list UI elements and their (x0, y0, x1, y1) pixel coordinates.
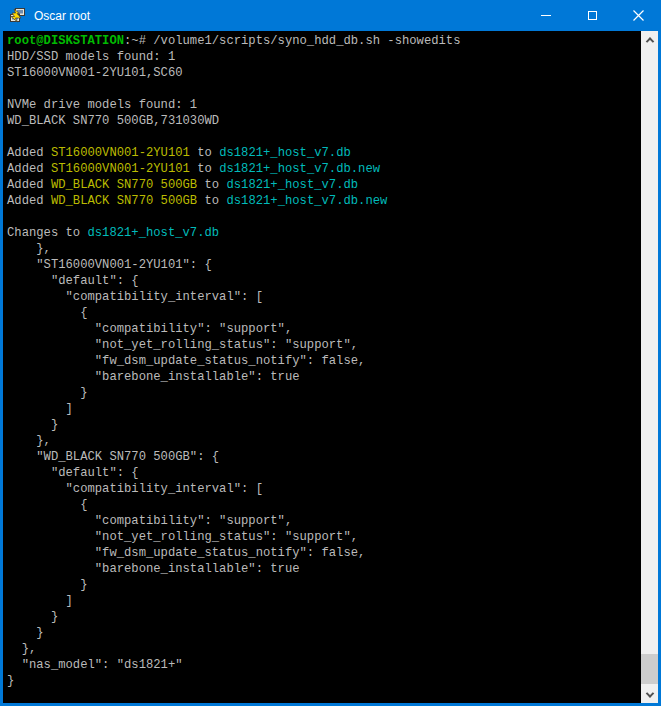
terminal-line: } (7, 673, 641, 689)
putty-app-icon[interactable] (9, 8, 25, 24)
terminal-line: "default": { (7, 465, 641, 481)
terminal-line: } (7, 625, 641, 641)
close-icon (633, 10, 644, 21)
terminal-line: }, (7, 641, 641, 657)
terminal-line: ] (7, 593, 641, 609)
terminal-line: NVMe drive models found: 1 (7, 97, 641, 113)
maximize-button[interactable] (569, 0, 615, 31)
terminal-line: "fw_dsm_update_status_notify": false, (7, 545, 641, 561)
window-title: Oscar root (34, 9, 523, 23)
scroll-up-button[interactable] (641, 31, 658, 48)
terminal-line: }, (7, 241, 641, 257)
terminal-line: "ST16000VN001-2YU101": { (7, 257, 641, 273)
terminal-line: "WD_BLACK SN770 500GB": { (7, 449, 641, 465)
terminal-line: { (7, 497, 641, 513)
window-content: root@DISKSTATION:~# /volume1/scripts/syn… (3, 31, 658, 703)
terminal-line: } (7, 609, 641, 625)
terminal-line: HDD/SSD models found: 1 (7, 49, 641, 65)
terminal-line: } (7, 417, 641, 433)
close-button[interactable] (615, 0, 661, 31)
terminal-line: "compatibility": "support", (7, 513, 641, 529)
terminal-line: "default": { (7, 273, 641, 289)
terminal-line: ] (7, 401, 641, 417)
terminal-line: { (7, 305, 641, 321)
terminal-line: Changes to ds1821+_host_v7.db (7, 225, 641, 241)
terminal-line: "not_yet_rolling_status": "support", (7, 337, 641, 353)
terminal-line: } (7, 577, 641, 593)
terminal-screen[interactable]: root@DISKSTATION:~# /volume1/scripts/syn… (3, 31, 641, 703)
terminal-line: ST16000VN001-2YU101,SC60 (7, 65, 641, 81)
scroll-down-button[interactable] (641, 686, 658, 703)
terminal-line: Added WD_BLACK SN770 500GB to ds1821+_ho… (7, 177, 641, 193)
terminal-line: Added ST16000VN001-2YU101 to ds1821+_hos… (7, 161, 641, 177)
terminal-line (7, 129, 641, 145)
terminal-line (7, 209, 641, 225)
window-controls (523, 0, 661, 31)
terminal-line: Added ST16000VN001-2YU101 to ds1821+_hos… (7, 145, 641, 161)
terminal-line: "compatibility_interval": [ (7, 289, 641, 305)
terminal-line: WD_BLACK SN770 500GB,731030WD (7, 113, 641, 129)
terminal-line: root@DISKSTATION:~# /volume1/scripts/syn… (7, 33, 641, 49)
terminal-line: "compatibility": "support", (7, 321, 641, 337)
terminal-line: "not_yet_rolling_status": "support", (7, 529, 641, 545)
terminal-line: "compatibility_interval": [ (7, 481, 641, 497)
chevron-up-icon (645, 37, 653, 45)
terminal-line: "barebone_installable": true (7, 369, 641, 385)
terminal-line: } (7, 385, 641, 401)
scrollbar[interactable] (641, 31, 658, 703)
maximize-icon (588, 11, 597, 20)
chevron-down-icon (645, 689, 653, 697)
scrollbar-thumb[interactable] (641, 654, 658, 684)
minimize-button[interactable] (523, 0, 569, 31)
titlebar[interactable]: Oscar root (0, 0, 661, 31)
terminal-line: "barebone_installable": true (7, 561, 641, 577)
terminal-line: "nas_model": "ds1821+" (7, 657, 641, 673)
putty-window: Oscar root root@DISKSTATION:~# /volume1/… (0, 0, 661, 706)
terminal-line (7, 81, 641, 97)
minimize-icon (541, 15, 551, 16)
terminal-line: "fw_dsm_update_status_notify": false, (7, 353, 641, 369)
terminal-line: }, (7, 433, 641, 449)
scrollbar-track[interactable] (641, 48, 658, 686)
terminal-line: Added WD_BLACK SN770 500GB to ds1821+_ho… (7, 193, 641, 209)
